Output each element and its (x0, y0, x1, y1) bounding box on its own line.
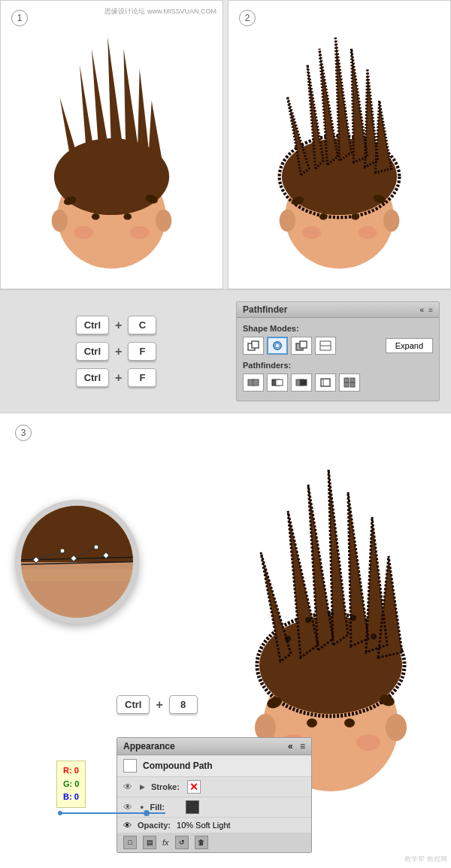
svg-rect-62 (21, 506, 139, 562)
stroke-swatch[interactable]: ✕ (187, 780, 201, 794)
ctrl-key-2[interactable]: Ctrl (76, 342, 109, 361)
svg-rect-43 (252, 341, 259, 348)
svg-point-72 (60, 549, 65, 553)
shape-mode-1[interactable] (243, 337, 264, 355)
svg-rect-56 (321, 379, 330, 386)
svg-point-41 (358, 226, 377, 239)
svg-rect-47 (300, 341, 307, 348)
svg-rect-59 (350, 378, 355, 383)
compound-path-swatch (123, 759, 137, 773)
step-number-1: 1 (11, 10, 28, 26)
ctrl-key-3[interactable]: Ctrl (76, 368, 109, 387)
pathfinder-1[interactable] (243, 374, 264, 392)
svg-rect-61 (350, 383, 355, 387)
shape-modes-row: Expand (243, 337, 433, 355)
rgb-g-value: G: 0 (63, 778, 79, 791)
shape-mode-3[interactable] (291, 337, 312, 355)
svg-point-76 (386, 714, 407, 741)
svg-point-101 (350, 615, 356, 621)
appearance-header: Appearance « ≡ (117, 738, 311, 755)
add-icon[interactable]: □ (123, 836, 137, 849)
menu-icon-2[interactable]: ≡ (300, 741, 305, 752)
svg-point-13 (92, 213, 100, 220)
fx-label[interactable]: fx (162, 838, 169, 847)
opacity-value: 10% Soft Light (177, 821, 231, 830)
magnified-circle (15, 500, 139, 624)
svg-point-98 (356, 734, 380, 751)
ctrl-8-key2[interactable]: 8 (169, 695, 198, 714)
reset-icon[interactable]: ↺ (175, 836, 189, 849)
svg-rect-51 (253, 380, 259, 386)
fill-swatch[interactable] (186, 800, 199, 814)
svg-point-96 (344, 718, 355, 727)
character-1-svg (1, 1, 222, 289)
collapse-icon[interactable]: « (420, 306, 425, 314)
svg-point-18 (280, 210, 295, 232)
appearance-panel: Appearance « ≡ Compound Path 👁 ▶ Stroke:… (117, 737, 312, 853)
svg-point-39 (351, 213, 359, 220)
svg-point-14 (123, 213, 132, 220)
expand-button[interactable]: Expand (386, 338, 433, 353)
pathfinder-4[interactable] (315, 374, 336, 392)
stroke-label: Stroke: (151, 782, 181, 791)
stroke-x-icon: ✕ (189, 782, 198, 792)
pathfinder-2[interactable] (267, 374, 288, 392)
pathfinder-controls: « ≡ (420, 306, 433, 314)
plus-1: + (115, 319, 122, 332)
bottom-watermark: 教学帮 教程网 (404, 854, 447, 864)
ctrl8-shortcut: Ctrl + 8 (117, 695, 198, 714)
svg-rect-58 (344, 378, 349, 383)
svg-point-106 (144, 810, 150, 816)
shape-mode-2[interactable] (267, 337, 288, 355)
pathfinders-label: Pathfinders: (243, 361, 433, 370)
svg-point-1 (52, 210, 68, 232)
middle-section: Ctrl + C Ctrl + F Ctrl + F Pathfinder « … (0, 289, 451, 413)
svg-point-73 (94, 545, 98, 549)
svg-marker-7 (123, 49, 139, 162)
pathfinder-header: Pathfinder « ≡ (237, 302, 439, 318)
pathfinder-5[interactable] (339, 374, 360, 392)
pathfinder-3[interactable] (291, 374, 312, 392)
svg-point-95 (307, 718, 317, 727)
svg-point-102 (285, 636, 291, 642)
appearance-controls: « ≡ (288, 741, 305, 752)
magnified-svg (21, 506, 139, 624)
ctrl-key-1[interactable]: Ctrl (76, 316, 109, 334)
shape-modes-label: Shape Modes: (243, 324, 433, 333)
bottom-section: 3 (0, 413, 451, 868)
svg-rect-53 (276, 380, 283, 386)
ctrl-8-key1[interactable]: Ctrl (117, 695, 150, 714)
pathfinder-body: Shape Modes: (237, 318, 439, 404)
watermark-top: 思缘设计论坛 www.MISSVUAN.COM (104, 7, 216, 17)
f-key-2[interactable]: F (128, 368, 156, 387)
compound-path-label: Compound Path (143, 761, 213, 771)
c-key[interactable]: C (128, 316, 156, 334)
svg-point-38 (319, 213, 328, 220)
svg-point-19 (383, 210, 399, 232)
svg-point-99 (328, 611, 334, 617)
rgb-arrow-svg (56, 802, 169, 824)
menu-icon[interactable]: ≡ (428, 306, 433, 314)
footer-icon-2[interactable]: ▤ (143, 836, 156, 849)
shortcut-row-1: Ctrl + C (76, 316, 157, 334)
svg-point-40 (301, 226, 321, 239)
panel-2: 2 (228, 0, 451, 289)
delete-icon[interactable]: 🗑 (195, 836, 208, 849)
svg-point-15 (74, 226, 93, 239)
rgb-r-value: R: 0 (63, 764, 79, 778)
svg-point-45 (275, 343, 280, 348)
plus-2: + (115, 345, 122, 358)
f-key-1[interactable]: F (128, 342, 156, 361)
stroke-row: 👁 ▶ Stroke: ✕ (117, 777, 311, 797)
shortcut-row-2: Ctrl + F (76, 342, 157, 361)
stroke-eye-icon[interactable]: 👁 (123, 782, 134, 792)
plus-3: + (115, 371, 122, 385)
character-2-svg (229, 1, 450, 289)
pathfinder-title: Pathfinder (243, 304, 287, 315)
pathfinder-panel: Pathfinder « ≡ Shape Modes: (236, 301, 440, 401)
shortcut-row-3: Ctrl + F (76, 368, 157, 387)
ctrl-8-plus: + (156, 698, 162, 712)
collapse-icon-2[interactable]: « (288, 741, 293, 752)
svg-marker-8 (138, 68, 150, 167)
shape-mode-4[interactable] (315, 337, 336, 355)
